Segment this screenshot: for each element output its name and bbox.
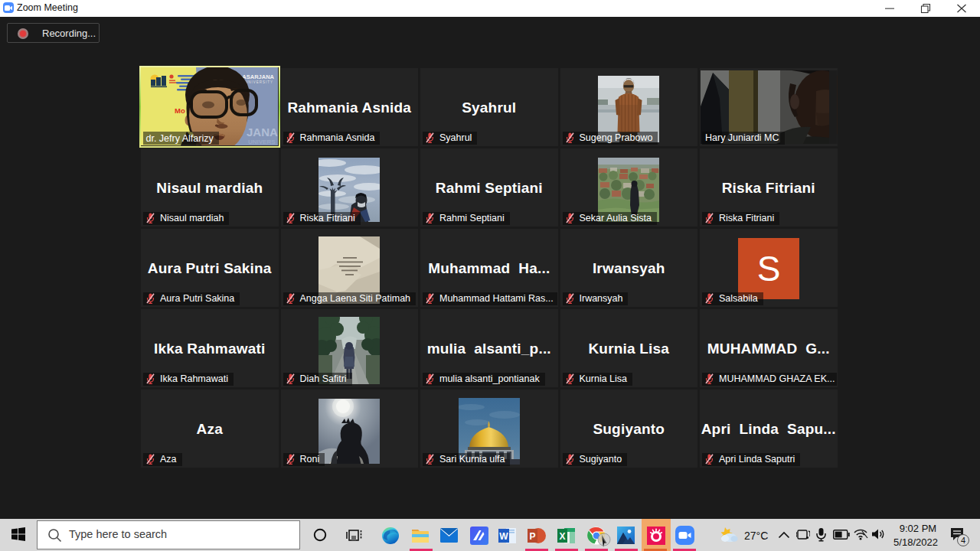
- svg-text:P: P: [529, 531, 535, 542]
- svg-text:Mo: Mo: [175, 106, 185, 115]
- svg-text:UNIVERSITY: UNIVERSITY: [244, 80, 273, 84]
- svg-text:X: X: [559, 531, 565, 542]
- svg-text:UNIVERS: UNIVERS: [248, 139, 276, 145]
- svg-text:JANA: JANA: [247, 126, 278, 139]
- svg-text:ASARJANA: ASARJANA: [242, 73, 274, 80]
- svg-text:W: W: [499, 531, 508, 542]
